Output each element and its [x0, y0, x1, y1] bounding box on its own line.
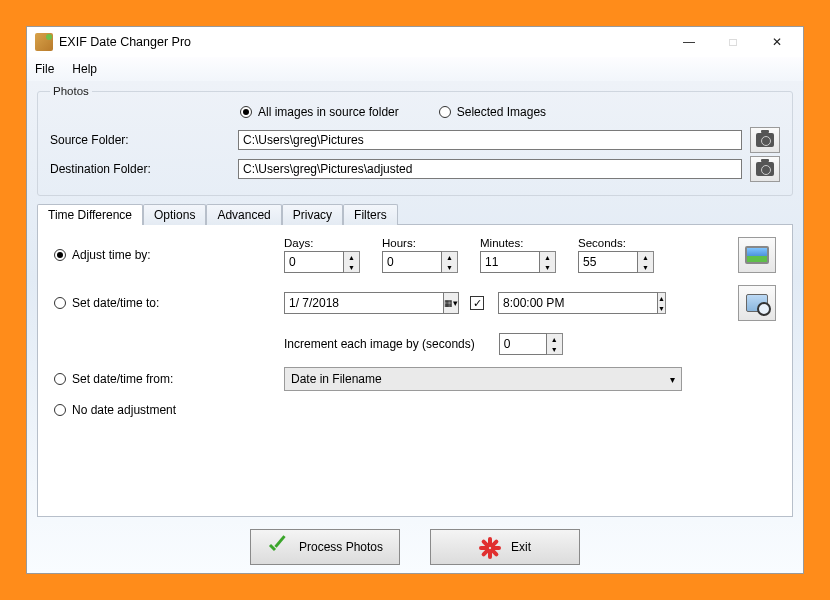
time-input[interactable] [498, 292, 658, 314]
source-folder-row: Source Folder: [50, 127, 780, 153]
radio-set-datetime[interactable]: Set date/time to: [54, 296, 284, 310]
maximize-button[interactable]: □ [711, 28, 755, 56]
time-enabled-checkbox[interactable]: ✓ [470, 296, 484, 310]
minutes-spinner[interactable]: ▲▼ [480, 251, 556, 273]
source-folder-label: Source Folder: [50, 133, 230, 147]
exit-button[interactable]: Exit [430, 529, 580, 565]
camera-icon [756, 133, 774, 147]
date-source-combo[interactable]: Date in Filename ▾ [284, 367, 682, 391]
radio-icon [54, 404, 66, 416]
tabstrip: Time Difference Options Advanced Privacy… [37, 202, 793, 224]
days-spinner[interactable]: ▲▼ [284, 251, 360, 273]
button-row: Process Photos Exit [37, 529, 793, 565]
photos-legend: Photos [50, 85, 92, 97]
tab-advanced[interactable]: Advanced [206, 204, 281, 225]
time-difference-panel: Adjust time by: Days: ▲▼ Hours: ▲▼ Minut… [37, 224, 793, 517]
source-folder-input[interactable] [238, 130, 742, 150]
source-browse-button[interactable] [750, 127, 780, 153]
dest-browse-button[interactable] [750, 156, 780, 182]
date-picker[interactable]: ▦▾ [284, 292, 444, 314]
radio-adjust-time[interactable]: Adjust time by: [54, 248, 284, 262]
camera-icon [756, 162, 774, 176]
radio-selected-images[interactable]: Selected Images [439, 105, 546, 119]
dest-folder-row: Destination Folder: [50, 156, 780, 182]
increment-label: Increment each image by (seconds) [284, 337, 475, 351]
radio-icon [54, 249, 66, 261]
app-window: EXIF Date Changer Pro — □ ✕ File Help Ph… [26, 26, 804, 574]
seconds-spinner[interactable]: ▲▼ [578, 251, 654, 273]
days-header: Days: [284, 237, 360, 249]
window-title: EXIF Date Changer Pro [59, 35, 667, 49]
titlebar: EXIF Date Changer Pro — □ ✕ [27, 27, 803, 57]
tab-time-difference[interactable]: Time Difference [37, 204, 143, 225]
minimize-button[interactable]: — [667, 28, 711, 56]
tab-options[interactable]: Options [143, 204, 206, 225]
radio-icon [54, 373, 66, 385]
set-from-row: Set date/time from: Date in Filename ▾ [54, 367, 776, 391]
radio-all-label: All images in source folder [258, 105, 399, 119]
minutes-header: Minutes: [480, 237, 556, 249]
increment-row: Increment each image by (seconds) ▲▼ [284, 333, 776, 355]
menubar: File Help [27, 57, 803, 81]
no-adjust-row: No date adjustment [54, 403, 776, 417]
close-button[interactable]: ✕ [755, 28, 799, 56]
days-group: Days: ▲▼ [284, 237, 360, 273]
no-adjust-label: No date adjustment [72, 403, 176, 417]
photos-mode-row: All images in source folder Selected Ima… [240, 105, 780, 119]
tab-privacy[interactable]: Privacy [282, 204, 343, 225]
tab-filters[interactable]: Filters [343, 204, 398, 225]
days-input[interactable] [284, 251, 344, 273]
chevron-down-icon: ▾ [670, 374, 675, 385]
hours-group: Hours: ▲▼ [382, 237, 458, 273]
radio-icon [439, 106, 451, 118]
seconds-input[interactable] [578, 251, 638, 273]
check-icon [267, 536, 289, 558]
dest-folder-input[interactable] [238, 159, 742, 179]
dest-folder-label: Destination Folder: [50, 162, 230, 176]
calendar-icon[interactable]: ▦▾ [444, 292, 459, 314]
menu-help[interactable]: Help [72, 62, 97, 76]
hours-input[interactable] [382, 251, 442, 273]
radio-icon [54, 297, 66, 309]
set-datetime-row: Set date/time to: ▦▾ ✓ ▲▼ [54, 285, 776, 321]
date-input[interactable] [284, 292, 444, 314]
photo-icon [745, 246, 769, 264]
seconds-group: Seconds: ▲▼ [578, 237, 654, 273]
photos-group: Photos All images in source folder Selec… [37, 85, 793, 196]
client-area: Photos All images in source folder Selec… [27, 81, 803, 573]
exit-icon [479, 536, 501, 558]
menu-file[interactable]: File [35, 62, 54, 76]
hours-spinner[interactable]: ▲▼ [382, 251, 458, 273]
radio-all-images[interactable]: All images in source folder [240, 105, 399, 119]
exit-label: Exit [511, 540, 531, 554]
radio-icon [240, 106, 252, 118]
adjust-time-row: Adjust time by: Days: ▲▼ Hours: ▲▼ Minut… [54, 237, 776, 273]
increment-spinner[interactable]: ▲▼ [499, 333, 563, 355]
minutes-group: Minutes: ▲▼ [480, 237, 556, 273]
increment-input[interactable] [499, 333, 547, 355]
preview-photo-button[interactable] [738, 237, 776, 273]
radio-selected-label: Selected Images [457, 105, 546, 119]
radio-no-adjust[interactable]: No date adjustment [54, 403, 284, 417]
hours-header: Hours: [382, 237, 458, 249]
process-label: Process Photos [299, 540, 383, 554]
radio-set-from[interactable]: Set date/time from: [54, 372, 284, 386]
app-icon [35, 33, 53, 51]
set-datetime-label: Set date/time to: [72, 296, 159, 310]
magnify-button[interactable] [738, 285, 776, 321]
minutes-input[interactable] [480, 251, 540, 273]
tabs: Time Difference Options Advanced Privacy… [37, 202, 793, 517]
set-from-label: Set date/time from: [72, 372, 173, 386]
process-photos-button[interactable]: Process Photos [250, 529, 400, 565]
magnifier-icon [746, 294, 768, 312]
time-picker[interactable]: ▲▼ [498, 292, 616, 314]
seconds-header: Seconds: [578, 237, 654, 249]
date-source-value: Date in Filename [291, 372, 382, 386]
adjust-time-label: Adjust time by: [72, 248, 151, 262]
